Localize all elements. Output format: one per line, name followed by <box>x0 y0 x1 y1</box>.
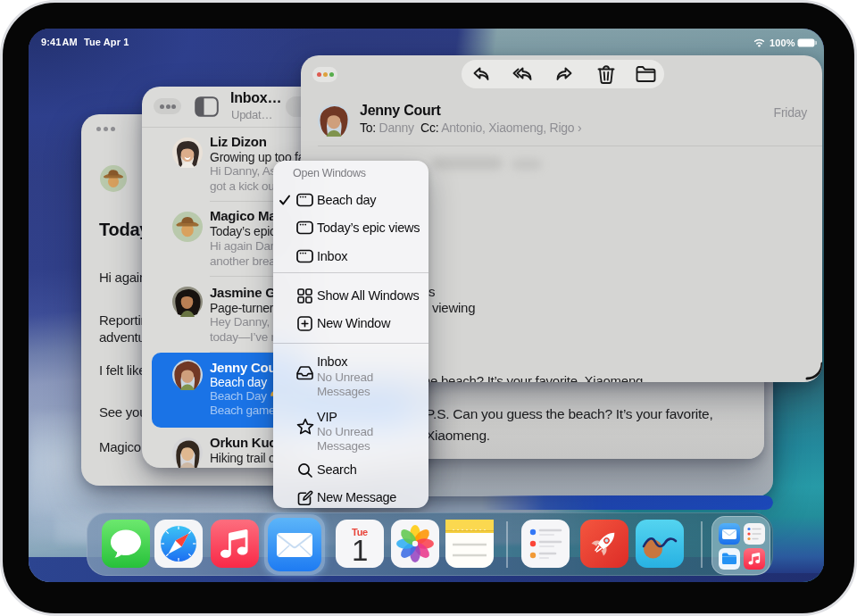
svg-text:1: 1 <box>352 534 368 567</box>
